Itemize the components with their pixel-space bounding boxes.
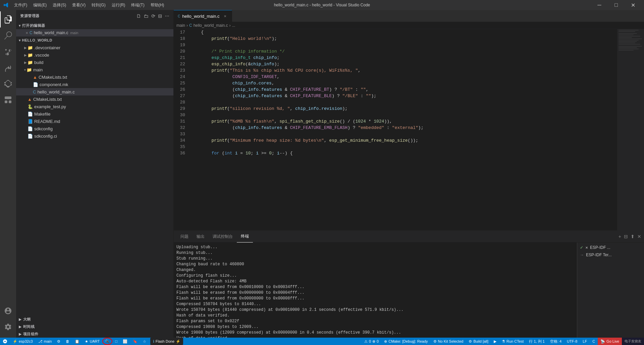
status-kit[interactable]: ⚙ No Kit Selected — [431, 338, 466, 345]
tree-main[interactable]: ▾ 📁 main — [16, 66, 173, 73]
tree-example-test[interactable]: ▶ 🐍 example_test.py — [16, 103, 173, 110]
activity-extensions[interactable] — [0, 76, 16, 92]
status-port[interactable]: ⚡ esp32c3 — [10, 338, 36, 345]
open-editors-section[interactable]: ▾ 打开的编辑器 — [16, 22, 173, 29]
status-delete[interactable]: 🗑 — [63, 338, 72, 345]
status-highlighted-button[interactable]: 🔌 — [102, 338, 112, 345]
status-run[interactable]: ▶ — [491, 338, 499, 345]
tree-hello-main-c[interactable]: ▶ C hello_world_main.c — [16, 88, 173, 95]
status-monitor[interactable]: □ — [112, 338, 120, 345]
panel-max-icon[interactable]: ⬆ — [631, 234, 635, 239]
window-controls[interactable]: ─ □ ✕ — [592, 0, 641, 10]
maximize-button[interactable]: □ — [608, 0, 624, 10]
cmake-icon: ⊕ — [384, 339, 387, 344]
tree-cmake-root[interactable]: ▶ ▲ CMakeLists.txt — [16, 95, 173, 103]
activity-search[interactable] — [0, 27, 16, 44]
tree-readme[interactable]: ▶ 📘 README.md — [16, 118, 173, 125]
close-button[interactable]: ✕ — [625, 0, 641, 10]
new-file-icon[interactable]: 🗋 — [136, 13, 141, 19]
terminal-tab-espidf2[interactable]: → ESP-IDF Ter... — [577, 251, 644, 259]
code-content[interactable]: { printf("Hello world!\n"); /* Print chi… — [188, 29, 617, 230]
menu-help[interactable]: 帮助(H) — [148, 1, 167, 9]
tree-build[interactable]: ▶ 📁 build — [16, 59, 173, 66]
activity-source-control[interactable] — [0, 44, 16, 60]
status-line-col[interactable]: 行 1, 列 1 — [526, 338, 547, 345]
tree-sdkconfig-ci[interactable]: ▶ 📄 sdkconfig.ci — [16, 132, 173, 140]
panel-split-icon[interactable]: ⊟ — [624, 234, 628, 239]
status-go-live[interactable]: 📡 Go Live — [598, 338, 622, 345]
tree-makefile[interactable]: ▶ 📄 Makefile — [16, 110, 173, 118]
refresh-icon[interactable]: ⟳ — [151, 13, 156, 19]
outline-section[interactable]: ▶ 大纲 — [16, 316, 173, 323]
panel-tab-problems[interactable]: 问题 — [176, 231, 193, 243]
status-errors[interactable]: ⚠ 0 ⊗ 0 — [362, 338, 381, 345]
svg-rect-0 — [5, 96, 11, 99]
tab-hello-world-main[interactable]: C hello_world_main.c ✕ — [174, 10, 232, 22]
flash-done-label: Flash Done — [156, 339, 174, 343]
panel-tab-output[interactable]: 输出 — [193, 231, 209, 243]
warning-icon: ⚠ — [364, 339, 368, 344]
menu-run[interactable]: 运行(R) — [109, 1, 128, 9]
panel-tab-debug-console[interactable]: 调试控制台 — [209, 231, 237, 243]
minimize-button[interactable]: ─ — [592, 0, 607, 10]
panel-close-icon[interactable]: ✕ — [637, 234, 641, 239]
new-folder-icon[interactable]: 🗀 — [144, 13, 149, 19]
activity-account[interactable] — [0, 303, 16, 319]
status-settings[interactable]: ⚙ — [54, 338, 63, 345]
activity-run-debug[interactable] — [0, 60, 16, 76]
status-extra[interactable]: 🔖 — [130, 338, 140, 345]
breadcrumb-filename[interactable]: hello_world_main.c — [194, 23, 228, 28]
tree-cmake-main[interactable]: ▶ ▲ CMakeLists.txt — [16, 73, 173, 81]
breadcrumb-main[interactable]: main — [176, 23, 185, 28]
tree-sdkconfig[interactable]: ▶ 📄 sdkconfig — [16, 125, 173, 132]
timeline-chevron: ▶ — [19, 325, 22, 329]
status-build[interactable]: ⚙ Build [all] — [466, 338, 491, 345]
status-branch[interactable]: ⎇ main — [36, 338, 55, 345]
activity-remote[interactable] — [0, 92, 16, 108]
activity-settings[interactable] — [0, 319, 16, 335]
menu-file[interactable]: 文件(F) — [11, 1, 30, 9]
code-editor[interactable]: 1718192021 2223242526 2728293031 3233343… — [174, 29, 644, 230]
menu-edit[interactable]: 编辑(E) — [31, 1, 49, 9]
collapse-icon[interactable]: ⊟ — [158, 13, 162, 19]
status-encoding[interactable]: UTF-8 — [564, 338, 580, 345]
sidebar-header-icons[interactable]: 🗋 🗀 ⟳ ⊟ ··· — [136, 13, 169, 19]
editor-item-name: hello_world_main.c — [34, 30, 68, 35]
menu-select[interactable]: 选择(S) — [50, 1, 69, 9]
tree-component-mk[interactable]: ▶ 📄 component.mk — [16, 81, 173, 88]
panel-add-icon[interactable]: + — [619, 234, 621, 239]
flask-icon: ⚗ — [502, 339, 505, 344]
status-eol[interactable]: LF — [580, 338, 590, 345]
status-ctest[interactable]: ⚗ Run CTest — [499, 338, 526, 345]
project-components-section[interactable]: ▶ 项目组件 — [16, 330, 173, 338]
status-uart[interactable]: ★ UART — [82, 338, 102, 345]
status-spaces[interactable]: 空格: 4 — [547, 338, 564, 345]
panel-tab-terminal[interactable]: 终端 — [237, 231, 253, 243]
project-section[interactable]: ▾ HELLO_WORLD — [16, 37, 173, 44]
tab-close-button[interactable]: ✕ — [222, 13, 228, 19]
status-terminal2[interactable]: ⬜ — [120, 338, 130, 345]
activity-explorer[interactable] — [0, 11, 16, 27]
menu-goto[interactable]: 转到(G) — [89, 1, 108, 9]
terminal-output[interactable]: Uploading stub... Running stub... Stub r… — [174, 243, 577, 338]
status-cmake[interactable]: ⊕ CMake: [Debug]: Ready — [381, 338, 430, 345]
more-icon[interactable]: ··· — [165, 13, 169, 19]
status-remote[interactable] — [0, 338, 10, 345]
menu-terminal[interactable]: 终端(T) — [128, 1, 147, 9]
status-extra2[interactable]: ☆ — [140, 338, 149, 345]
tree-devcontainer[interactable]: ▶ 📁 .devcontainer — [16, 44, 173, 51]
panel-actions[interactable]: + ⊟ ⬆ ✕ — [619, 234, 641, 239]
menu-bar[interactable]: 文件(F) 编辑(E) 选择(S) 查看(V) 转到(G) 运行(R) 终端(T… — [11, 1, 167, 9]
editor-item-close[interactable]: ✕ — [25, 31, 28, 35]
menu-view[interactable]: 查看(V) — [69, 1, 88, 9]
status-language[interactable]: C — [590, 338, 598, 345]
timeline-section[interactable]: ▶ 时间线 — [16, 323, 173, 330]
terminal-tab-espidf1[interactable]: ✓ ✕ ESP-IDF ... — [577, 244, 644, 251]
open-editor-item[interactable]: ✕ C hello_world_main.c main — [16, 29, 173, 37]
tab-bar: C hello_world_main.c ✕ — [174, 10, 644, 22]
breadcrumb-dots[interactable]: ... — [232, 23, 235, 28]
svg-rect-5 — [619, 31, 635, 32]
status-copy[interactable]: 📋 — [72, 338, 82, 345]
flash-done-status[interactable]: ℹ Flash Done ⚡ — [150, 338, 183, 345]
tree-vscode[interactable]: ▶ 📁 .vscode — [16, 51, 173, 59]
